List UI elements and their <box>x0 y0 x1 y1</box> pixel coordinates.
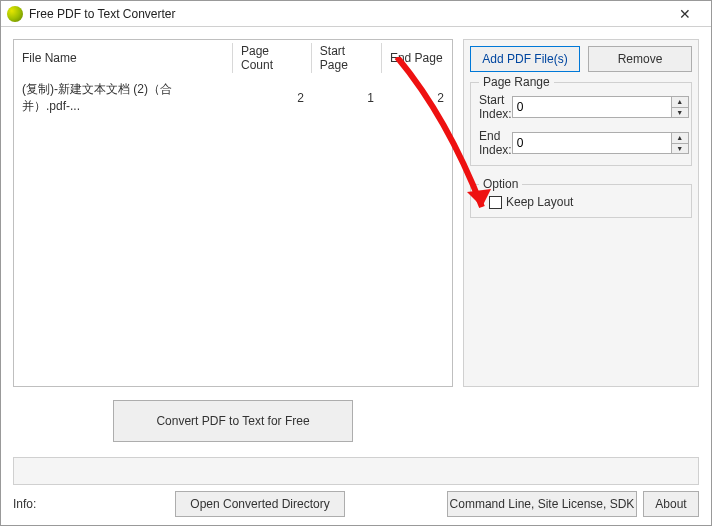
add-pdf-button[interactable]: Add PDF File(s) <box>470 46 580 72</box>
window-title: Free PDF to Text Converter <box>29 7 665 21</box>
table-header-row: File Name Page Count Start Page End Page <box>14 40 452 77</box>
window-titlebar: Free PDF to Text Converter ✕ <box>1 1 711 27</box>
option-legend: Option <box>479 177 522 191</box>
start-index-label: Start Index: <box>479 93 512 121</box>
col-start-page[interactable]: Start Page <box>312 40 382 77</box>
col-end-page[interactable]: End Page <box>382 40 452 77</box>
chevron-down-icon[interactable]: ▼ <box>672 108 688 118</box>
col-file-name[interactable]: File Name <box>14 40 233 77</box>
file-list[interactable]: File Name Page Count Start Page End Page… <box>13 39 453 387</box>
convert-button[interactable]: Convert PDF to Text for Free <box>113 400 353 442</box>
chevron-down-icon[interactable]: ▼ <box>672 144 688 154</box>
table-row[interactable]: (复制)-新建文本文档 (2)（合并）.pdf-... 2 1 2 <box>14 77 452 120</box>
cell-file-name: (复制)-新建文本文档 (2)（合并）.pdf-... <box>14 77 233 120</box>
page-range-group: Page Range Start Index: ▲ ▼ End Index: ▲ <box>470 82 692 166</box>
keep-layout-label: Keep Layout <box>506 195 573 209</box>
about-button[interactable]: About <box>643 491 699 517</box>
start-index-spinner[interactable]: ▲ ▼ <box>671 96 689 118</box>
end-index-input[interactable] <box>512 132 671 154</box>
app-icon <box>7 6 23 22</box>
info-label: Info: <box>13 497 73 511</box>
cell-start-page: 1 <box>312 77 382 120</box>
cell-page-count: 2 <box>233 77 312 120</box>
close-icon[interactable]: ✕ <box>665 1 705 26</box>
keep-layout-checkbox[interactable] <box>489 196 502 209</box>
chevron-up-icon[interactable]: ▲ <box>672 133 688 144</box>
info-panel <box>13 457 699 485</box>
start-index-input[interactable] <box>512 96 671 118</box>
page-range-legend: Page Range <box>479 75 554 89</box>
open-directory-button[interactable]: Open Converted Directory <box>175 491 345 517</box>
chevron-up-icon[interactable]: ▲ <box>672 97 688 108</box>
remove-button[interactable]: Remove <box>588 46 692 72</box>
cell-end-page: 2 <box>382 77 452 120</box>
option-group: Option Keep Layout <box>470 184 692 218</box>
end-index-label: End Index: <box>479 129 512 157</box>
right-panel: Add PDF File(s) Remove Page Range Start … <box>463 39 699 387</box>
end-index-spinner[interactable]: ▲ ▼ <box>671 132 689 154</box>
col-page-count[interactable]: Page Count <box>233 40 312 77</box>
command-line-button[interactable]: Command Line, Site License, SDK <box>447 491 637 517</box>
